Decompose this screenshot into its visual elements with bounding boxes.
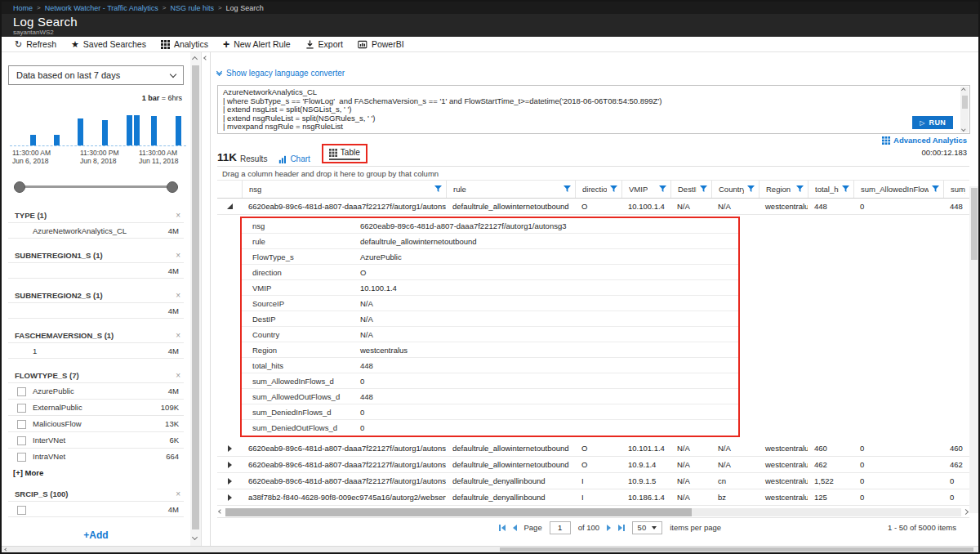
- scroll-up-icon[interactable]: [192, 56, 198, 62]
- tab-chart[interactable]: Chart: [278, 154, 310, 163]
- filter-funnel-icon[interactable]: [700, 185, 707, 193]
- query-editor[interactable]: AzureNetworkAnalytics_CL| where SubType_…: [223, 88, 956, 132]
- analytics-button[interactable]: Analytics: [161, 39, 208, 49]
- filter-funnel-icon[interactable]: [747, 185, 755, 193]
- grid-cell: 6620eab9-89c6-481d-a807-daaa7f22127f/aut…: [242, 440, 446, 456]
- group-by-drop-zone[interactable]: Drag a column header and drop it here to…: [217, 166, 969, 181]
- grid-row[interactable]: 6620eab9-89c6-481d-a807-daaa7f22127f/aut…: [217, 457, 969, 473]
- slider-handle-start[interactable]: [14, 181, 25, 193]
- query-scrollbar[interactable]: [960, 87, 969, 132]
- column-header[interactable]: DestIP: [670, 181, 711, 198]
- filter-row[interactable]: 14M: [8, 342, 184, 359]
- powerbi-button[interactable]: PowerBI: [358, 39, 404, 49]
- filter-funnel-icon[interactable]: [842, 185, 849, 193]
- filter-row[interactable]: 4M: [8, 501, 184, 517]
- scroll-right-icon[interactable]: [963, 509, 969, 515]
- collapse-row-icon[interactable]: [227, 203, 233, 209]
- grid-cell: cn: [711, 473, 759, 489]
- page-number-input[interactable]: [550, 521, 571, 534]
- saved-searches-button[interactable]: ★ Saved Searches: [71, 39, 146, 49]
- grid-row[interactable]: 6620eab9-89c6-481d-a807-daaa7f22127f/aut…: [217, 473, 969, 489]
- time-range-dropdown[interactable]: Data based on last 7 days: [8, 65, 184, 85]
- filter-row[interactable]: ExternalPublic109K: [8, 399, 184, 415]
- filter-funnel-icon[interactable]: [564, 185, 571, 193]
- grid-header: nsgruledirectionVMIPDestIPCountryRegiont…: [217, 181, 969, 199]
- filter-row[interactable]: 4M: [8, 262, 184, 279]
- run-button[interactable]: ▷ RUN: [912, 116, 953, 129]
- legacy-converter-link[interactable]: Show legacy language converter: [217, 69, 345, 78]
- horizontal-scrollbar-thumb[interactable]: [225, 508, 692, 516]
- column-header[interactable]: sum_AllowedInFlows_d: [853, 181, 943, 198]
- checkbox[interactable]: [17, 453, 26, 462]
- column-header[interactable]: VMIP: [621, 181, 670, 198]
- last-page-button[interactable]: [618, 525, 625, 531]
- filter-row[interactable]: IntraVNet664: [8, 448, 184, 464]
- scroll-up-icon[interactable]: [961, 88, 965, 92]
- export-button[interactable]: Export: [305, 39, 343, 49]
- column-header[interactable]: direction: [575, 181, 621, 198]
- page-size-select[interactable]: 50: [632, 521, 663, 534]
- sidebar-collapse-button[interactable]: [201, 52, 210, 546]
- checkbox[interactable]: [17, 387, 26, 396]
- filter-row[interactable]: MaliciousFlow13K: [8, 415, 184, 431]
- window-horizontal-scrollbar-thumb[interactable]: [500, 547, 973, 552]
- expand-row-icon[interactable]: [228, 478, 232, 485]
- column-header[interactable]: Country: [711, 181, 759, 198]
- filter-funnel-icon[interactable]: [796, 185, 804, 193]
- expand-row-icon[interactable]: [228, 462, 232, 468]
- close-icon[interactable]: ×: [176, 212, 180, 220]
- advanced-analytics-link[interactable]: Advanced Analytics: [882, 136, 967, 145]
- more-link[interactable]: [+] More: [8, 464, 184, 477]
- breadcrumb-home[interactable]: Home: [13, 4, 33, 12]
- filter-row[interactable]: AzureNetworkAnalytics_CL4M: [8, 222, 184, 239]
- filter-row[interactable]: 4M: [8, 302, 184, 319]
- column-header[interactable]: sum_Al: [943, 181, 969, 198]
- close-icon[interactable]: ×: [176, 292, 180, 300]
- filter-funnel-icon[interactable]: [434, 185, 442, 193]
- add-filter-button[interactable]: +Add: [8, 529, 184, 541]
- close-icon[interactable]: ×: [176, 252, 180, 260]
- scroll-down-icon[interactable]: [192, 534, 198, 540]
- sidebar-scrollbar-thumb[interactable]: [192, 65, 199, 529]
- grid-row[interactable]: 6620eab9-89c6-481d-a807-daaa7f22127f/aut…: [217, 199, 969, 215]
- sidebar-scrollbar[interactable]: [190, 52, 201, 546]
- column-header[interactable]: nsg: [242, 181, 446, 198]
- grid-row[interactable]: 6620eab9-89c6-481d-a807-daaa7f22127f/aut…: [217, 440, 969, 457]
- filter-row[interactable]: InterVNet6K: [8, 431, 184, 448]
- close-icon[interactable]: ×: [176, 372, 180, 380]
- filter-row[interactable]: AzurePublic4M: [8, 382, 184, 399]
- slider-handle-end[interactable]: [167, 181, 178, 193]
- window-horizontal-scrollbar[interactable]: [2, 546, 978, 552]
- tab-table[interactable]: Table: [329, 148, 360, 160]
- filter-funnel-icon[interactable]: [932, 185, 939, 193]
- first-page-button[interactable]: [499, 525, 506, 531]
- expand-row-icon[interactable]: [228, 445, 232, 452]
- filter-funnel-icon[interactable]: [659, 185, 666, 193]
- next-page-button[interactable]: [607, 525, 611, 531]
- breadcrumb-separator: >: [163, 4, 167, 11]
- grid-row[interactable]: a38f78b2-f840-4628-90f8-009ec9745a16/aut…: [217, 489, 969, 506]
- scroll-left-icon[interactable]: [218, 509, 223, 514]
- filter-funnel-icon[interactable]: [610, 185, 617, 193]
- scroll-left-icon[interactable]: [4, 547, 7, 551]
- column-header[interactable]: Region: [759, 181, 808, 198]
- column-header[interactable]: total_hits: [808, 181, 853, 198]
- scroll-down-icon[interactable]: [961, 127, 965, 131]
- column-header[interactable]: rule: [446, 181, 575, 198]
- close-icon[interactable]: ×: [176, 490, 180, 498]
- refresh-button[interactable]: ↻ Refresh: [15, 39, 56, 49]
- main-vertical-scrollbar[interactable]: [969, 186, 978, 513]
- main-vertical-scrollbar-thumb[interactable]: [971, 188, 978, 260]
- breadcrumb-nsg-rule-hits[interactable]: NSG rule hits: [170, 4, 214, 12]
- checkbox[interactable]: [17, 404, 26, 413]
- query-scrollbar-thumb[interactable]: [962, 96, 968, 109]
- checkbox[interactable]: [17, 506, 26, 515]
- new-alert-rule-button[interactable]: + New Alert Rule: [223, 39, 291, 49]
- prev-page-button[interactable]: [513, 525, 517, 531]
- expand-row-icon[interactable]: [228, 494, 232, 501]
- breadcrumb-network-watcher[interactable]: Network Watcher - Traffic Analytics: [45, 4, 158, 12]
- checkbox[interactable]: [17, 420, 26, 429]
- checkbox[interactable]: [17, 436, 26, 445]
- horizontal-scrollbar[interactable]: [217, 507, 969, 517]
- close-icon[interactable]: ×: [176, 332, 180, 340]
